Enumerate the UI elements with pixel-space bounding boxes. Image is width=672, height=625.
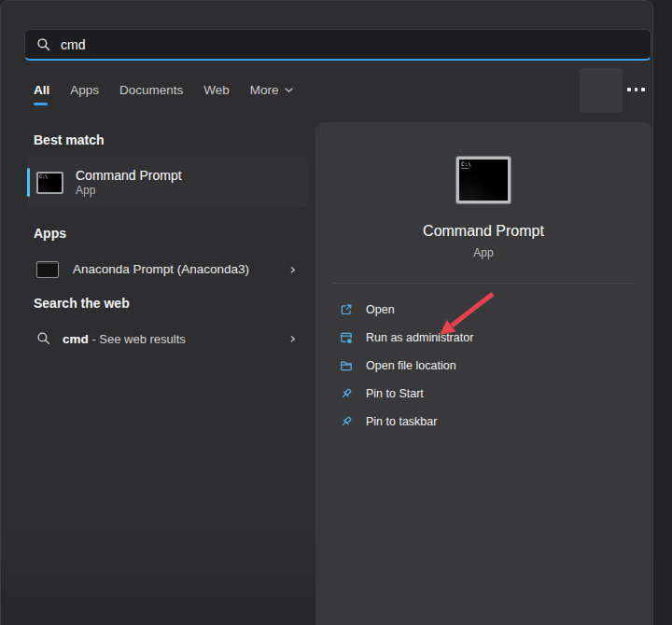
run-as-administrator-button[interactable]: Run as administrator	[315, 324, 651, 352]
divider	[332, 283, 635, 284]
start-search-flyout: cmd All Apps Documents Web More	[0, 0, 672, 625]
best-match-subtitle: App	[76, 184, 182, 198]
preview-panel: C:\ Command Prompt App Open	[315, 122, 651, 625]
web-suffix-text: - See web results	[89, 332, 186, 346]
preview-subtitle: App	[315, 246, 651, 259]
open-button[interactable]: Open	[315, 296, 651, 324]
search-icon	[36, 37, 51, 52]
best-match-result[interactable]: C:\ Command Prompt App	[27, 157, 307, 208]
chevron-right-icon: ›	[290, 331, 296, 346]
tab-web[interactable]: Web	[203, 83, 230, 97]
pin-icon	[340, 415, 353, 428]
best-match-title: Command Prompt	[76, 168, 182, 184]
search-input[interactable]: cmd	[61, 37, 85, 52]
tab-apps[interactable]: Apps	[70, 83, 99, 97]
search-icon	[36, 331, 51, 346]
best-match-header: Best match	[34, 132, 104, 147]
chevron-down-icon	[285, 88, 293, 93]
tab-more[interactable]: More	[250, 83, 293, 97]
preview-title: Command Prompt	[315, 223, 651, 240]
selection-accent-bar	[27, 168, 30, 197]
action-list: Open Run as administrator	[315, 296, 651, 436]
ellipsis-icon	[627, 88, 631, 91]
command-prompt-icon: C:\	[36, 172, 63, 194]
more-options-button[interactable]	[627, 88, 645, 91]
search-filter-tabs: All Apps Documents Web More	[34, 83, 293, 97]
folder-icon	[340, 359, 353, 372]
tab-documents[interactable]: Documents	[119, 83, 183, 97]
search-flyout-surface: cmd All Apps Documents Web More	[0, 0, 653, 625]
list-item-web-result[interactable]: cmd - See web results ›	[27, 322, 307, 355]
command-prompt-icon-large: C:\	[456, 157, 511, 203]
hover-highlight-rect	[580, 68, 623, 113]
web-query-text: cmd	[63, 332, 89, 346]
open-file-location-button[interactable]: Open file location	[315, 352, 651, 380]
apps-section-header: Apps	[34, 226, 66, 241]
search-box[interactable]: cmd	[24, 29, 651, 61]
open-external-icon	[340, 303, 353, 316]
web-section-header: Search the web	[34, 296, 130, 311]
tab-all[interactable]: All	[34, 83, 49, 97]
pin-icon	[340, 387, 353, 400]
pin-to-taskbar-button[interactable]: Pin to taskbar	[315, 408, 651, 436]
chevron-right-icon: ›	[290, 262, 296, 277]
pin-to-start-button[interactable]: Pin to Start	[315, 380, 651, 408]
terminal-icon	[36, 261, 59, 278]
active-tab-underline	[34, 103, 48, 105]
run-admin-icon	[340, 331, 353, 344]
list-item-anaconda-prompt[interactable]: Anaconda Prompt (Anaconda3) ›	[27, 252, 307, 286]
